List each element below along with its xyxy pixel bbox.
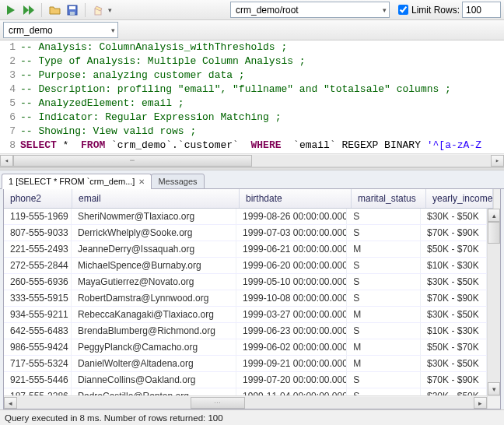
editor-line[interactable]: 2-- Type of Analysis: Multiple Column An…: [0, 54, 504, 68]
cell[interactable]: JeanneDerry@Issaquah.org: [72, 241, 236, 257]
execute-icon[interactable]: [3, 2, 19, 18]
table-row[interactable]: 119-555-1969SheriNowmer@Tlaxiaco.org1999…: [4, 209, 487, 225]
cell[interactable]: 986-555-9424: [4, 339, 72, 355]
cell[interactable]: M: [347, 241, 421, 257]
table-row[interactable]: 221-555-2493JeanneDerry@Issaquah.org1999…: [4, 241, 487, 258]
cell[interactable]: 1999-07-20 00:00:00.000: [236, 372, 347, 388]
cell[interactable]: 221-555-2493: [4, 241, 72, 257]
cell[interactable]: 1999-06-02 00:00:00.000: [236, 339, 347, 355]
cell[interactable]: M: [347, 356, 421, 371]
cell[interactable]: $30K - $50K: [421, 209, 487, 224]
dropdown-icon[interactable]: ▾: [108, 6, 112, 14]
table-row[interactable]: 272-555-2844MichaelSpence@Burnaby.org199…: [4, 258, 487, 274]
line-code[interactable]: -- Analysis: ColumnAnalysis_withThreshol…: [20, 40, 504, 54]
cell[interactable]: $10K - $30K: [421, 323, 487, 339]
cell[interactable]: 1999-06-21 00:00:00.000: [236, 241, 347, 257]
database-selector[interactable]: crm_demo ▾: [3, 22, 118, 38]
table-row[interactable]: 260-555-6936MayaGutierrez@Novato.org1999…: [4, 274, 487, 290]
scroll-down-icon[interactable]: ▾: [488, 382, 500, 395]
cell[interactable]: $70K - $90K: [421, 290, 487, 306]
table-row[interactable]: 986-555-9424PeggyPlanck@Camacho.org1999-…: [4, 339, 487, 356]
editor-line[interactable]: 7-- Showing: View valid rows ;: [0, 125, 504, 139]
cell[interactable]: $50K - $70K: [421, 241, 487, 257]
cell[interactable]: 921-555-5446: [4, 372, 72, 388]
line-code[interactable]: -- AnalyzedElement: email ;: [20, 97, 504, 111]
limit-rows-input[interactable]: [462, 2, 501, 18]
tab-messages[interactable]: Messages: [151, 174, 204, 189]
cell[interactable]: SheriNowmer@Tlaxiaco.org: [72, 209, 236, 224]
scroll-thumb[interactable]: ⋯: [13, 155, 252, 167]
cell[interactable]: S: [347, 225, 421, 241]
scroll-up-icon[interactable]: ▴: [488, 209, 500, 222]
cell[interactable]: 187-555-2286: [4, 388, 72, 395]
cell[interactable]: S: [347, 323, 421, 339]
cell[interactable]: S: [347, 372, 421, 388]
table-row[interactable]: 642-555-6483BrendaBlumberg@Richmond.org1…: [4, 323, 487, 339]
grid-horizontal-scrollbar[interactable]: ◂ ⋯ ▸: [4, 396, 487, 409]
scroll-track[interactable]: ⋯: [13, 155, 491, 167]
column-header-yearly_income[interactable]: yearly_income: [426, 189, 493, 208]
editor-line[interactable]: 1-- Analysis: ColumnAnalysis_withThresho…: [0, 40, 504, 54]
cell[interactable]: 642-555-6483: [4, 323, 72, 339]
cell[interactable]: BrendaBlumberg@Richmond.org: [72, 323, 236, 339]
scroll-left-icon[interactable]: ◂: [0, 155, 13, 167]
cell[interactable]: $50K - $70K: [421, 339, 487, 355]
editor-horizontal-scrollbar[interactable]: ◂ ⋯ ▸: [0, 153, 504, 167]
cell[interactable]: DerrickWhelply@Sooke.org: [72, 225, 236, 241]
column-header-marital_status[interactable]: marital_status: [352, 189, 426, 208]
table-row[interactable]: 187-555-2286PedroCastillo@Renton.org1999…: [4, 388, 487, 395]
editor-line[interactable]: 5-- AnalyzedElement: email ;: [0, 97, 504, 111]
cell[interactable]: M: [347, 339, 421, 355]
cell[interactable]: $30K - $50K: [421, 274, 487, 290]
cell[interactable]: 717-555-5324: [4, 356, 72, 371]
scroll-thumb[interactable]: ⋯: [191, 397, 245, 409]
table-row[interactable]: 717-555-5324DanielWolter@Altadena.org199…: [4, 356, 487, 372]
cell[interactable]: 1999-03-27 00:00:00.000: [236, 307, 347, 322]
cell[interactable]: 1999-05-10 00:00:00.000: [236, 274, 347, 290]
cell[interactable]: S: [347, 388, 421, 395]
scroll-right-icon[interactable]: ▸: [491, 155, 504, 167]
cell[interactable]: PedroCastillo@Renton.org: [72, 388, 236, 395]
cell[interactable]: 1999-10-08 00:00:00.000: [236, 290, 347, 306]
line-code[interactable]: SELECT * FROM `crm_demo`.`customer` WHER…: [20, 139, 504, 153]
cell[interactable]: 1999-07-03 00:00:00.000: [236, 225, 347, 241]
cell[interactable]: MichaelSpence@Burnaby.org: [72, 258, 236, 273]
cell[interactable]: S: [347, 258, 421, 273]
save-icon[interactable]: [65, 2, 80, 18]
cell[interactable]: 119-555-1969: [4, 209, 72, 224]
cell[interactable]: MayaGutierrez@Novato.org: [72, 274, 236, 290]
line-code[interactable]: -- Purpose: analyzing customer data ;: [20, 68, 504, 83]
line-code[interactable]: -- Showing: View valid rows ;: [20, 125, 504, 139]
cell[interactable]: 1999-06-23 00:00:00.000: [236, 323, 347, 339]
cell[interactable]: 807-555-9033: [4, 225, 72, 241]
cell[interactable]: RobertDamstra@Lynnwood.org: [72, 290, 236, 306]
scroll-left-icon[interactable]: ◂: [4, 397, 17, 409]
cell[interactable]: S: [347, 209, 421, 224]
cell[interactable]: 272-555-2844: [4, 258, 72, 273]
scroll-track[interactable]: ⋯: [17, 397, 474, 409]
limit-rows-check[interactable]: [398, 5, 408, 15]
cell[interactable]: RebeccaKanagaki@Tlaxiaco.org: [72, 307, 236, 322]
table-row[interactable]: 333-555-5915RobertDamstra@Lynnwood.org19…: [4, 290, 487, 307]
grid-body[interactable]: 119-555-1969SheriNowmer@Tlaxiaco.org1999…: [4, 209, 487, 395]
execute-all-icon[interactable]: [21, 2, 37, 18]
line-code[interactable]: -- Description: profiling "email", "full…: [20, 83, 504, 97]
cell[interactable]: 1999-11-04 00:00:00.000: [236, 388, 347, 395]
clear-icon[interactable]: [90, 2, 106, 18]
editor-line[interactable]: 6-- Indicator: Regular Expression Matchi…: [0, 111, 504, 125]
editor-line[interactable]: 8SELECT * FROM `crm_demo`.`customer` WHE…: [0, 139, 504, 153]
editor-line[interactable]: 3-- Purpose: analyzing customer data ;: [0, 68, 504, 83]
cell[interactable]: 1999-08-26 00:00:00.000: [236, 209, 347, 224]
schema-selector[interactable]: crm_demo/root ▾: [230, 2, 390, 18]
grid-vertical-scrollbar[interactable]: ▴ ▾: [487, 209, 500, 395]
column-header-phone2[interactable]: phone2: [4, 189, 72, 208]
cell[interactable]: PeggyPlanck@Camacho.org: [72, 339, 236, 355]
table-row[interactable]: 921-555-5446DianneCollins@Oakland.org199…: [4, 372, 487, 388]
cell[interactable]: $30K - $50K: [421, 388, 487, 395]
table-row[interactable]: 934-555-9211RebeccaKanagaki@Tlaxiaco.org…: [4, 307, 487, 323]
cell[interactable]: 1999-06-20 00:00:00.000: [236, 258, 347, 273]
table-row[interactable]: 807-555-9033DerrickWhelply@Sooke.org1999…: [4, 225, 487, 241]
cell[interactable]: 1999-09-21 00:00:00.000: [236, 356, 347, 371]
cell[interactable]: M: [347, 307, 421, 322]
cell[interactable]: 934-555-9211: [4, 307, 72, 322]
